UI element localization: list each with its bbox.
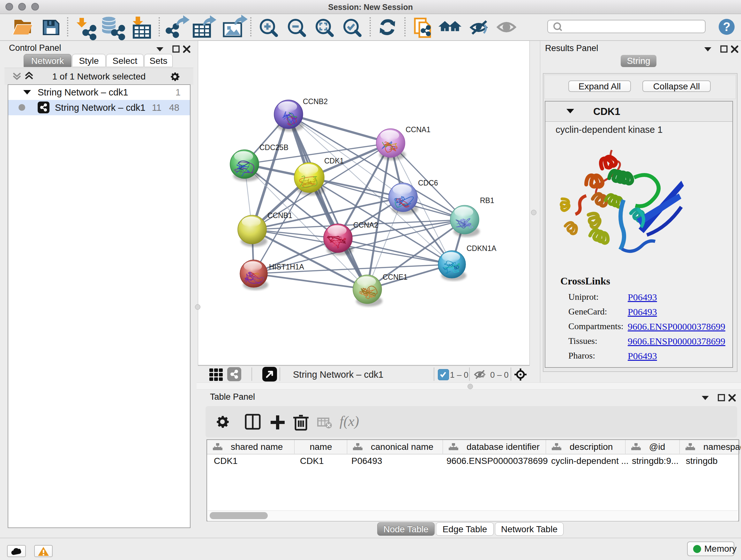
svg-text:CDK1: CDK1	[324, 157, 344, 165]
svg-text:CDC25B: CDC25B	[259, 143, 288, 152]
svg-text:CDKN1A: CDKN1A	[467, 244, 496, 253]
svg-text:CDC6: CDC6	[418, 179, 438, 187]
svg-text:HIST1H1A: HIST1H1A	[269, 263, 305, 271]
svg-text:CCNE1: CCNE1	[383, 273, 408, 281]
svg-text:?: ?	[723, 20, 730, 34]
svg-text:CCNB1: CCNB1	[267, 211, 292, 220]
svg-text:f(x): f(x)	[340, 414, 359, 429]
svg-text:CCNB2: CCNB2	[303, 98, 328, 106]
svg-text:CCNA2: CCNA2	[353, 221, 378, 229]
svg-text:RB1: RB1	[480, 196, 494, 205]
svg-text:CCNA1: CCNA1	[406, 125, 430, 134]
